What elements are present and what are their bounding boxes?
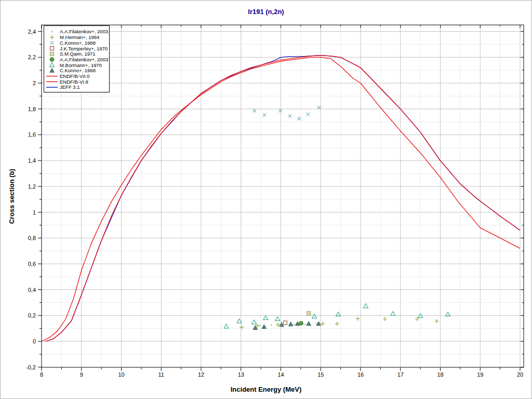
x-tick-label: 12	[198, 371, 204, 378]
curve	[46, 56, 520, 341]
y-tick-label: 1,6	[28, 131, 36, 138]
grid-layer	[42, 25, 524, 367]
data-point-marker	[315, 323, 317, 325]
legend-label: ENDF/B-VI.8	[60, 79, 88, 85]
series-5	[299, 321, 303, 325]
data-point-marker	[299, 321, 303, 325]
data-point-marker	[283, 321, 287, 325]
legend-marker-dot	[51, 31, 53, 33]
data-point-marker	[316, 322, 321, 326]
series-8	[46, 56, 520, 341]
y-tick-label: 0	[33, 338, 36, 344]
legend-label: S.M.Qaim, 1971	[60, 51, 96, 57]
legend-label: J.K.Temperley+, 1970	[60, 46, 108, 51]
x-tick-label: 19	[477, 371, 483, 378]
x-tick-label: 14	[277, 371, 284, 378]
data-point-marker	[306, 113, 309, 116]
y-tick-label: 0,8	[28, 235, 36, 241]
y-tick-label: 2,4	[28, 29, 36, 35]
plot-window: Ir191 (n,2n) 891011121314151617181920-0,…	[0, 0, 532, 399]
data-point-marker	[271, 324, 272, 326]
legend-label: C.Konno+, 1988	[60, 68, 96, 73]
data-point-marker	[356, 317, 360, 321]
data-point-marker	[263, 113, 266, 116]
y-tick-label: 2	[33, 80, 36, 86]
data-point-marker	[391, 311, 395, 315]
plot-frame	[42, 25, 524, 367]
series-3	[283, 321, 287, 325]
curve	[46, 56, 520, 341]
series-10	[46, 56, 520, 341]
data-point-marker	[298, 117, 301, 120]
data-point-marker	[262, 325, 267, 329]
y-tick-label: 0,4	[28, 287, 36, 293]
data-point-marker	[435, 319, 439, 323]
y-tick-label: 1,2	[28, 183, 36, 190]
legend-label: A.A.Filatenkov+, 2003	[60, 57, 108, 62]
data-point-marker	[304, 324, 306, 325]
x-tick-label: 18	[437, 371, 443, 378]
y-tick-label: 1,4	[28, 157, 36, 164]
data-point-marker	[275, 316, 280, 321]
y-tick-label: 2,2	[28, 54, 36, 60]
legend-label: M.Bormann+, 1970	[60, 62, 102, 68]
data-point-marker	[383, 317, 387, 321]
plot-canvas[interactable]: 891011121314151617181920-0,200,20,40,60,…	[1, 1, 532, 399]
data-point-marker	[335, 322, 339, 326]
y-tick-label: 0,2	[28, 312, 36, 318]
data-point-marker	[283, 324, 284, 326]
x-tick-label: 15	[317, 371, 324, 378]
data-point-marker	[307, 312, 311, 315]
data-point-marker	[288, 114, 291, 117]
data-point-marker	[253, 109, 256, 112]
y-tick-label: 1,8	[28, 106, 36, 112]
series-1	[240, 317, 438, 330]
legend-label: C.Konno+, 1988	[60, 40, 96, 46]
data-point-marker	[288, 322, 293, 326]
legend-label: A.A.Filatenkov+, 2003	[60, 29, 108, 34]
data-point-marker	[259, 325, 261, 326]
x-tick-label: 20	[517, 371, 523, 378]
data-point-marker	[294, 324, 295, 325]
x-tick-label: 16	[357, 371, 364, 378]
legend-marker-filled-circle	[50, 58, 54, 62]
legend: A.A.Filatenkov+, 2003M.Herman+, 1984C.Ko…	[44, 26, 110, 92]
data-point-marker	[240, 325, 244, 329]
data-point-marker	[252, 320, 257, 324]
series-4	[307, 312, 311, 315]
data-point-marker	[263, 315, 268, 320]
data-point-marker	[321, 322, 325, 326]
data-point-marker	[279, 109, 282, 112]
y-tick-label: -0,2	[26, 364, 36, 370]
series-2	[253, 106, 321, 120]
x-axis-label: Incident Energy (MeV)	[1, 385, 531, 393]
x-tick-label: 17	[397, 371, 404, 378]
x-tick-label: 13	[238, 371, 244, 378]
legend-label: ENDF/B-VII.0	[60, 73, 90, 79]
data-point-marker	[364, 304, 368, 308]
y-tick-label: 0,6	[28, 261, 36, 267]
y-tick-label: 1	[33, 209, 36, 216]
x-tick-label: 8	[40, 371, 43, 378]
x-tick-label: 11	[158, 371, 164, 378]
legend-row[interactable]: A.A.Filatenkov+, 2003	[51, 29, 109, 34]
legend-label: M.Herman+, 1984	[60, 34, 99, 40]
legend-label: JEFF 3.1	[60, 84, 80, 90]
data-point-marker	[312, 314, 317, 318]
x-tick-label: 10	[118, 371, 124, 378]
x-tick-label: 9	[80, 371, 83, 378]
data-point-marker	[224, 324, 229, 328]
data-point-marker	[307, 322, 311, 326]
